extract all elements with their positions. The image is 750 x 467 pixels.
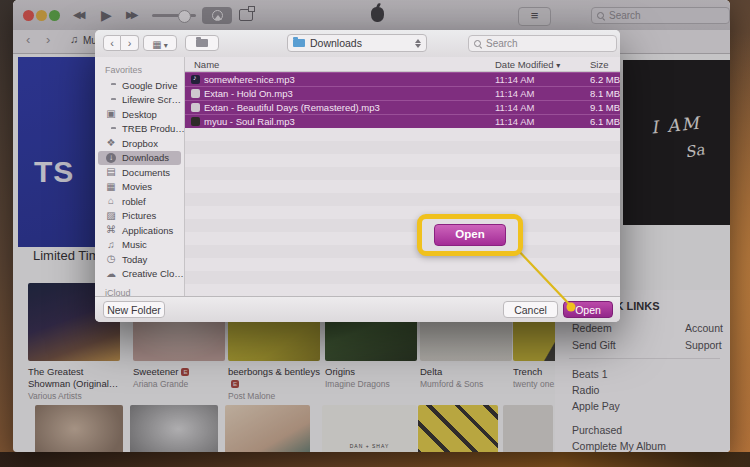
column-date-modified[interactable]: Date Modified — [495, 59, 590, 70]
folder-icon — [293, 39, 305, 47]
sidebar-item-documents[interactable]: ▤Documents — [95, 165, 184, 180]
dialog-search-input[interactable]: Search — [468, 35, 617, 52]
sidebar-item-lifewire[interactable]: Lifewire Scr… — [95, 93, 184, 108]
open-button-callout: Open — [417, 214, 523, 256]
file-size: 6.2 MB — [590, 74, 620, 85]
cancel-button[interactable]: Cancel — [503, 301, 558, 318]
open-file-dialog: ‹ › Downloads Search Favorites Google Dr… — [95, 30, 620, 322]
sidebar-item-downloads[interactable]: ↓Downloads — [98, 151, 181, 166]
file-date: 11:14 AM — [495, 74, 590, 85]
downloads-icon: ↓ — [105, 153, 117, 163]
search-placeholder: Search — [486, 38, 518, 49]
file-size: 8.1 MB — [590, 88, 620, 99]
sidebar-item-dropbox[interactable]: ❖Dropbox — [95, 136, 184, 151]
new-folder-button[interactable]: New Folder — [103, 301, 165, 318]
forward-button[interactable]: › — [121, 35, 139, 51]
audio-file-icon — [191, 75, 200, 84]
column-size[interactable]: Size — [590, 59, 620, 70]
audio-file-icon — [191, 103, 200, 112]
cloud-icon: ☁ — [105, 269, 117, 279]
column-name[interactable]: Name — [185, 59, 495, 70]
audio-file-icon — [191, 117, 200, 126]
popup-chevrons-icon — [415, 39, 421, 48]
file-name: Extan - Hold On.mp3 — [204, 88, 495, 99]
music-note-icon: ♫ — [105, 240, 117, 250]
dialog-sidebar: Favorites Google Drive Lifewire Scr… ▣De… — [95, 57, 185, 297]
sidebar-item-treb[interactable]: TREB Produ… — [95, 122, 184, 137]
desktop: ◀◀ ▶ ▶▶ ≡ Search ‹ › ♫ Music TS I AM Sa — [0, 0, 750, 467]
history-buttons: ‹ › — [103, 35, 139, 51]
view-options-button[interactable] — [143, 35, 177, 51]
pictures-icon: ▨ — [105, 211, 117, 221]
sidebar-item-today[interactable]: ◷Today — [95, 252, 184, 267]
file-name: Extan - Beautiful Days (Remastered).mp3 — [204, 102, 495, 113]
file-date: 11:14 AM — [495, 88, 590, 99]
file-name: somewhere-nice.mp3 — [204, 74, 495, 85]
folder-icon — [196, 39, 208, 47]
dropbox-icon: ❖ — [105, 138, 117, 148]
location-label: Downloads — [310, 37, 362, 49]
sidebar-item-google-drive[interactable]: Google Drive — [95, 78, 184, 93]
file-list: Name Date Modified Size somewhere-nice.m… — [185, 57, 620, 297]
applications-icon: ⌘ — [105, 225, 117, 235]
sidebar-item-creative-cloud[interactable]: ☁Creative Clo… — [95, 267, 184, 282]
sidebar-item-movies[interactable]: ▦Movies — [95, 180, 184, 195]
file-row[interactable]: myuu - Soul Rail.mp3 11:14 AM 6.1 MB — [185, 114, 620, 128]
sidebar-item-home[interactable]: ⌂roblef — [95, 194, 184, 209]
search-icon — [474, 40, 482, 48]
sidebar-item-pictures[interactable]: ▨Pictures — [95, 209, 184, 224]
sidebar-header-favorites: Favorites — [95, 63, 184, 78]
file-list-header: Name Date Modified Size — [185, 57, 620, 72]
chevron-down-icon — [164, 34, 168, 52]
back-button[interactable]: ‹ — [103, 35, 121, 51]
file-row[interactable]: Extan - Beautiful Days (Remastered).mp3 … — [185, 100, 620, 114]
file-row[interactable]: Extan - Hold On.mp3 11:14 AM 8.1 MB — [185, 86, 620, 100]
file-size: 6.1 MB — [590, 116, 620, 127]
sidebar-item-music[interactable]: ♫Music — [95, 238, 184, 253]
highlighted-open-button[interactable]: Open — [434, 224, 506, 246]
clock-icon: ◷ — [105, 254, 117, 264]
documents-icon: ▤ — [105, 167, 117, 177]
open-button[interactable]: Open — [563, 301, 613, 318]
audio-file-icon — [191, 89, 200, 98]
file-date: 11:14 AM — [495, 116, 590, 127]
sidebar-item-applications[interactable]: ⌘Applications — [95, 223, 184, 238]
home-icon: ⌂ — [105, 196, 117, 206]
file-name: myuu - Soul Rail.mp3 — [204, 116, 495, 127]
dialog-toolbar: ‹ › Downloads Search — [95, 30, 620, 58]
file-date: 11:14 AM — [495, 102, 590, 113]
dialog-footer: New Folder Cancel Open — [95, 296, 620, 322]
location-popup[interactable]: Downloads — [287, 34, 427, 52]
sidebar-item-desktop[interactable]: ▣Desktop — [95, 107, 184, 122]
file-row[interactable]: somewhere-nice.mp3 11:14 AM 6.2 MB — [185, 72, 620, 86]
sort-descending-icon — [556, 59, 560, 70]
file-size: 9.1 MB — [590, 102, 620, 113]
grid-view-icon — [152, 34, 161, 52]
desktop-icon: ▣ — [105, 109, 117, 119]
action-menu-button[interactable] — [185, 35, 219, 51]
empty-list-area — [185, 128, 620, 297]
movies-icon: ▦ — [105, 182, 117, 192]
